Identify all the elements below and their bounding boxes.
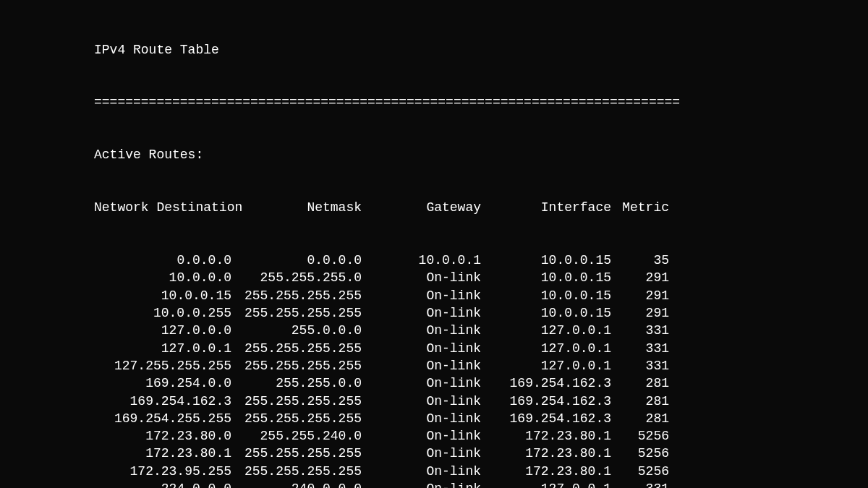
route-mask: 255.255.255.255 <box>231 287 362 304</box>
route-iface: 10.0.0.15 <box>481 287 611 304</box>
route-mask: 255.255.240.0 <box>231 427 362 445</box>
route-iface: 10.0.0.15 <box>481 252 611 269</box>
route-row: 169.254.162.3255.255.255.255On-link169.2… <box>94 393 868 410</box>
route-gate: On-link <box>362 304 481 322</box>
route-row: 0.0.0.00.0.0.010.0.0.110.0.0.1535 <box>94 252 868 269</box>
route-mask: 255.255.255.255 <box>231 410 362 427</box>
route-dest: 172.23.95.255 <box>94 463 231 480</box>
route-row: 10.0.0.15255.255.255.255On-link10.0.0.15… <box>94 287 868 304</box>
route-mask: 240.0.0.0 <box>231 480 362 488</box>
route-iface: 172.23.80.1 <box>481 427 611 445</box>
route-metric: 281 <box>611 393 669 410</box>
route-metric: 331 <box>611 322 669 339</box>
route-dest: 169.254.255.255 <box>94 410 231 427</box>
route-gate: On-link <box>362 427 481 445</box>
terminal-output: IPv4 Route Table =======================… <box>0 0 868 488</box>
route-dest: 127.255.255.255 <box>94 357 231 374</box>
route-metric: 291 <box>611 269 669 286</box>
route-mask: 255.0.0.0 <box>231 322 362 339</box>
route-dest: 169.254.162.3 <box>94 393 231 410</box>
route-metric: 281 <box>611 374 669 392</box>
route-row: 169.254.255.255255.255.255.255On-link169… <box>94 410 868 427</box>
route-mask: 255.255.0.0 <box>231 374 362 392</box>
route-mask: 255.255.255.255 <box>231 445 362 462</box>
route-gate: On-link <box>362 269 481 286</box>
routes-body: 0.0.0.00.0.0.010.0.0.110.0.0.153510.0.0.… <box>94 252 868 488</box>
route-gate: On-link <box>362 480 481 488</box>
route-dest: 224.0.0.0 <box>94 480 231 488</box>
route-dest: 127.0.0.1 <box>94 340 231 357</box>
header-metric: Metric <box>611 199 669 216</box>
separator-top: ========================================… <box>94 93 868 111</box>
route-table-title: IPv4 Route Table <box>94 41 868 59</box>
route-row: 127.255.255.255255.255.255.255On-link127… <box>94 357 868 374</box>
route-gate: On-link <box>362 340 481 357</box>
header-gateway: Gateway <box>362 199 481 216</box>
route-gate: On-link <box>362 357 481 374</box>
route-dest: 10.0.0.0 <box>94 269 231 286</box>
route-mask: 0.0.0.0 <box>231 252 362 269</box>
route-mask: 255.255.255.255 <box>231 463 362 480</box>
route-iface: 172.23.80.1 <box>481 445 611 462</box>
route-iface: 127.0.0.1 <box>481 357 611 374</box>
route-iface: 169.254.162.3 <box>481 374 611 392</box>
route-dest: 10.0.0.15 <box>94 287 231 304</box>
route-mask: 255.255.255.255 <box>231 393 362 410</box>
route-dest: 172.23.80.1 <box>94 445 231 462</box>
route-dest: 10.0.0.255 <box>94 304 231 322</box>
route-metric: 331 <box>611 480 669 488</box>
route-gate: On-link <box>362 445 481 462</box>
route-mask: 255.255.255.255 <box>231 357 362 374</box>
route-row: 172.23.95.255255.255.255.255On-link172.2… <box>94 463 868 480</box>
route-gate: On-link <box>362 393 481 410</box>
route-gate: On-link <box>362 287 481 304</box>
route-row: 172.23.80.1255.255.255.255On-link172.23.… <box>94 445 868 462</box>
route-row: 10.0.0.0255.255.255.0On-link10.0.0.15291 <box>94 269 868 286</box>
route-iface: 127.0.0.1 <box>481 322 611 339</box>
route-mask: 255.255.255.0 <box>231 269 362 286</box>
route-metric: 5256 <box>611 445 669 462</box>
route-gate: 10.0.0.1 <box>362 252 481 269</box>
header-netmask: Netmask <box>242 199 362 216</box>
route-dest: 169.254.0.0 <box>94 374 231 392</box>
route-row: 172.23.80.0255.255.240.0On-link172.23.80… <box>94 427 868 445</box>
route-row: 224.0.0.0240.0.0.0On-link127.0.0.1331 <box>94 480 868 488</box>
route-row: 127.0.0.1255.255.255.255On-link127.0.0.1… <box>94 340 868 357</box>
route-gate: On-link <box>362 463 481 480</box>
route-gate: On-link <box>362 374 481 392</box>
route-gate: On-link <box>362 410 481 427</box>
route-metric: 5256 <box>611 463 669 480</box>
route-metric: 5256 <box>611 427 669 445</box>
route-iface: 169.254.162.3 <box>481 410 611 427</box>
active-routes-label: Active Routes: <box>94 146 868 163</box>
route-metric: 291 <box>611 304 669 322</box>
route-dest: 172.23.80.0 <box>94 427 231 445</box>
route-metric: 281 <box>611 410 669 427</box>
route-row: 127.0.0.0255.0.0.0On-link127.0.0.1331 <box>94 322 868 339</box>
route-row: 10.0.0.255255.255.255.255On-link10.0.0.1… <box>94 304 868 322</box>
route-iface: 10.0.0.15 <box>481 304 611 322</box>
route-iface: 127.0.0.1 <box>481 340 611 357</box>
column-headers: Network Destination Netmask Gateway Inte… <box>94 199 868 216</box>
route-iface: 169.254.162.3 <box>481 393 611 410</box>
route-metric: 35 <box>611 252 669 269</box>
header-interface: Interface <box>481 199 611 216</box>
route-dest: 0.0.0.0 <box>94 252 231 269</box>
route-dest: 127.0.0.0 <box>94 322 231 339</box>
route-row: 169.254.0.0255.255.0.0On-link169.254.162… <box>94 374 868 392</box>
route-metric: 291 <box>611 287 669 304</box>
route-iface: 172.23.80.1 <box>481 463 611 480</box>
route-iface: 127.0.0.1 <box>481 480 611 488</box>
route-iface: 10.0.0.15 <box>481 269 611 286</box>
route-mask: 255.255.255.255 <box>231 340 362 357</box>
route-mask: 255.255.255.255 <box>231 304 362 322</box>
route-gate: On-link <box>362 322 481 339</box>
header-destination: Network Destination <box>94 199 242 216</box>
route-metric: 331 <box>611 357 669 374</box>
route-metric: 331 <box>611 340 669 357</box>
